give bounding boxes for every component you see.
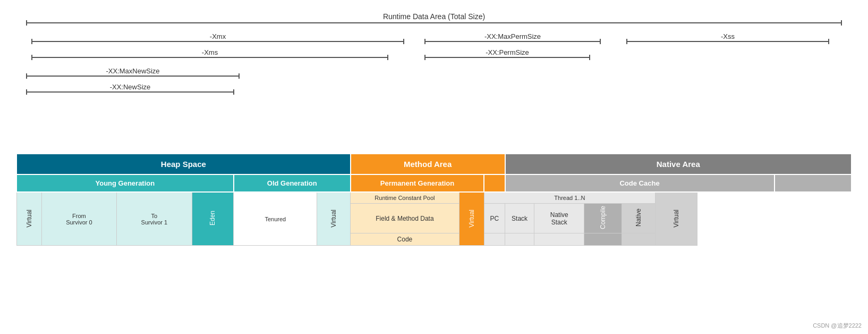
native-stack-cell: Native Stack [534,204,584,233]
xms-label: -Xms [202,48,218,56]
native-virtual-cell: Virtual [656,192,697,246]
page-wrapper: Runtime Data Area (Total Size) -Xmx -Xms… [0,0,868,251]
native-cell: Native [622,204,656,233]
perm-gen-header: Permanent Generation [351,174,484,192]
to-survivor-cell: To Survivor 1 [117,192,192,246]
xmx-label: -Xmx [210,32,226,40]
method-virtual-cell: Virtual [459,192,484,246]
new-size-label: -XX:NewSize [110,83,151,91]
compile-cell: Compile [584,204,622,233]
perm-virtual-placeholder [484,174,505,192]
thread-row: Virtual From Survivor 0 To Survivor 1 Ed… [16,192,852,204]
code-cache-header: Code Cache [505,174,775,192]
total-label: Runtime Data Area (Total Size) [383,12,485,21]
max-perm-size-label: -XX:MaxPermSize [484,32,541,40]
young-gen-header: Young Generation [16,174,234,192]
dimension-diagram: Runtime Data Area (Total Size) -Xmx -Xms… [16,10,852,148]
runtime-constant-pool-cell: Runtime Constant Pool [351,192,459,204]
tenured-cell: Tenured [234,192,317,246]
from-survivor-cell: From Survivor 0 [41,192,116,246]
pc-cell: PC [484,204,505,233]
dimension-svg: Runtime Data Area (Total Size) -Xmx -Xms… [16,10,852,148]
perm-size-label: -XX:PermSize [486,48,529,56]
subsection-header-row: Young Generation Old Generation Permanen… [16,174,852,192]
old-gen-header: Old Generation [234,174,351,192]
native-virtual-placeholder [775,174,852,192]
old-virtual-cell: Virtual [317,192,351,246]
native-header: Native Area [505,154,852,174]
thread-cell: Thread 1..N [484,192,655,204]
heap-header: Heap Space [16,154,351,174]
young-virtual-cell: Virtual [16,192,41,246]
watermark: CSDN @追梦2222 [813,322,862,330]
memory-table: Heap Space Method Area Native Area Young… [16,153,852,246]
code-cell: Code [351,233,459,246]
field-method-cell: Field & Method Data [351,204,459,233]
stack-cell: Stack [505,204,534,233]
section-header-row: Heap Space Method Area Native Area [16,154,852,174]
xss-label: -Xss [721,32,735,40]
method-header: Method Area [351,154,505,174]
eden-cell: Eden [192,192,234,246]
max-new-size-label: -XX:MaxNewSize [106,67,159,75]
